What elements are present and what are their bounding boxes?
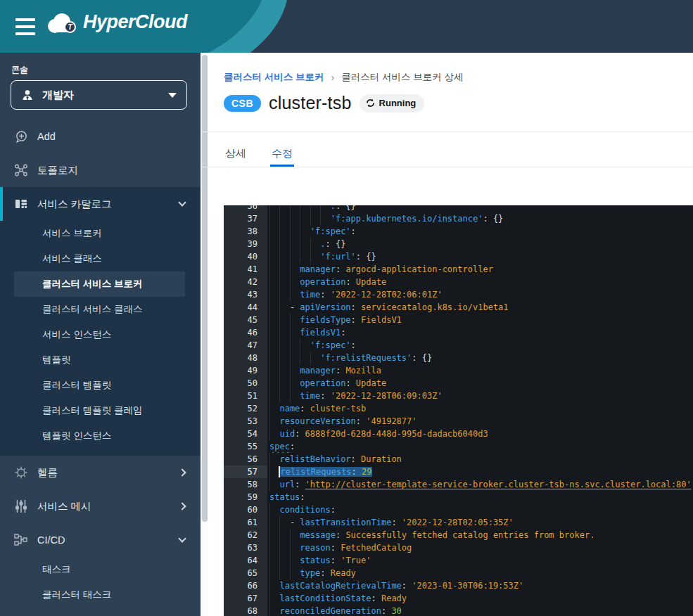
content-scrollbar-thumb[interactable] [202, 55, 208, 522]
editor-line-67[interactable]: 67lastConditionState: Ready [224, 592, 693, 605]
line-code: manager: Mozilla [267, 364, 693, 377]
page-title: cluster-tsb [269, 93, 352, 113]
sidebar-subitem-템플릿-인스턴스[interactable]: 템플릿 인스턴스 [14, 423, 185, 449]
tab-상세[interactable]: 상세 [224, 140, 248, 167]
indent-guides [269, 579, 279, 592]
sidebar-subitem-클러스터-태스크[interactable]: 클러스터 태스크 [14, 582, 185, 608]
editor-line-61[interactable]: 61- lastTransitionTime: '2022-12-28T02:0… [224, 516, 693, 529]
line-number: 65 [224, 567, 267, 579]
sidebar-subitem-태스크-런[interactable]: 태스크 런 [14, 608, 185, 616]
line-number: 53 [224, 415, 267, 428]
sidebar-subitem-템플릿[interactable]: 템플릿 [14, 347, 185, 373]
editor-line-60[interactable]: 60conditions: [224, 503, 693, 516]
sidebar-item-헬름[interactable]: 헬름 [0, 456, 201, 489]
indent-guides [269, 314, 300, 326]
nav-section-4: 서비스 메시 [0, 489, 201, 523]
sidebar-item-서비스-메시[interactable]: 서비스 메시 [0, 489, 201, 523]
editor-line-39[interactable]: 39.: {} [224, 238, 693, 250]
indent-guides [269, 478, 279, 491]
editor-line-59[interactable]: 59status: [224, 491, 693, 503]
line-code: time: '2022-12-28T02:06:01Z' [267, 288, 693, 301]
brand-logo[interactable]: T HyperCloud [46, 11, 187, 33]
indent-guides [269, 567, 300, 579]
helm-icon [14, 466, 28, 480]
yaml-editor[interactable]: 36.: {}37'f:app.kubernetes.io/instance':… [224, 205, 693, 616]
tab-수정[interactable]: 수정 [270, 140, 294, 167]
line-code: reason: FetchedCatalog [267, 541, 693, 554]
editor-line-44[interactable]: 44- apiVersion: servicecatalog.k8s.io/v1… [224, 301, 693, 314]
sidebar-subitem-서비스-인스턴스[interactable]: 서비스 인스턴스 [14, 322, 185, 347]
editor-line-48[interactable]: 48'f:relistRequests': {} [224, 352, 693, 364]
editor-line-54[interactable]: 54uid: 6888f20d-628d-448d-995d-dadacb604… [224, 428, 693, 440]
sidebar-subitem-클러스터-템플릿-클레임[interactable]: 클러스터 템플릿 클레임 [14, 398, 185, 423]
breadcrumb-link[interactable]: 클러스터 서비스 브로커 [224, 71, 324, 84]
line-number: 52 [224, 402, 267, 415]
indent-guides [269, 541, 300, 554]
line-code: reconciledGeneration: 30 [267, 605, 693, 616]
editor-line-58[interactable]: 58url: 'http://cluster-template-service-… [224, 478, 693, 491]
line-code: spec: [267, 440, 693, 453]
editor-line-68[interactable]: 68reconciledGeneration: 30 [224, 605, 693, 616]
sidebar-item-label: CI/CD [37, 534, 179, 546]
editor-line-53[interactable]: 53resourceVersion: '49192877' [224, 415, 693, 428]
sidebar-nav: Add토폴로지서비스 카탈로그서비스 브로커서비스 클래스클러스터 서비스 브로… [0, 120, 201, 616]
service-mesh-icon [14, 499, 28, 513]
indent-guides [269, 592, 279, 605]
menu-toggle-icon[interactable] [15, 18, 35, 35]
sidebar-item-서비스-카탈로그[interactable]: 서비스 카탈로그 [0, 187, 201, 221]
editor-line-66[interactable]: 66lastCatalogRetrievalTime: '2023-01-30T… [224, 579, 693, 592]
line-code: fieldsType: FieldsV1 [267, 314, 693, 326]
indent-guides [269, 529, 300, 541]
editor-line-51[interactable]: 51time: '2022-12-28T06:09:03Z' [224, 390, 693, 402]
sync-icon [366, 98, 375, 108]
editor-line-37[interactable]: 37'f:app.kubernetes.io/instance': {} [224, 212, 693, 225]
editor-line-62[interactable]: 62message: Successfully fetched catalog … [224, 529, 693, 541]
content-scrollbar-track[interactable] [201, 53, 208, 616]
sidebar-subitem-서비스-브로커[interactable]: 서비스 브로커 [14, 221, 185, 246]
editor-line-49[interactable]: 49manager: Mozilla [224, 364, 693, 377]
line-number: 57 [224, 466, 267, 478]
editor-line-38[interactable]: 38'f:spec': [224, 225, 693, 238]
editor-line-42[interactable]: 42operation: Update [224, 276, 693, 288]
brand-name: HyperCloud [83, 11, 187, 33]
line-code: 'f:url': {} [267, 250, 693, 263]
editor-line-57[interactable]: 57relistRequests: 29 [224, 466, 693, 478]
sidebar-subitem-태스크[interactable]: 태스크 [14, 557, 185, 582]
sidebar-subitem-클러스터-서비스-클래스[interactable]: 클러스터 서비스 클래스 [14, 297, 185, 322]
editor-line-55[interactable]: 55spec: [224, 440, 693, 453]
sidebar-subitem-label: 서비스 인스턴스 [42, 328, 111, 341]
editor-line-47[interactable]: 47'f:spec': [224, 339, 693, 352]
tab-bar: 상세수정 [224, 140, 294, 167]
editor-line-56[interactable]: 56relistBehavior: Duration [224, 453, 693, 466]
editor-line-63[interactable]: 63reason: FetchedCatalog [224, 541, 693, 554]
editor-line-43[interactable]: 43time: '2022-12-28T02:06:01Z' [224, 288, 693, 301]
line-code: resourceVersion: '49192877' [267, 415, 693, 428]
editor-line-40[interactable]: 40'f:url': {} [224, 250, 693, 263]
perspective-dropdown[interactable]: 개발자 [11, 80, 187, 110]
sidebar-item-토폴로지[interactable]: 토폴로지 [0, 153, 201, 187]
editor-line-46[interactable]: 46fieldsV1: [224, 326, 693, 339]
sidebar-item-ci-cd[interactable]: CI/CD [0, 523, 201, 557]
perspective-value: 개발자 [42, 89, 168, 102]
indent-guides [269, 605, 279, 616]
sidebar-subitem-클러스터-서비스-브로커[interactable]: 클러스터 서비스 브로커 [14, 271, 185, 297]
line-code: url: 'http://cluster-template-service-br… [267, 478, 693, 491]
sidebar-subitem-label: 템플릿 [42, 354, 71, 366]
breadcrumb-separator-icon: › [331, 72, 335, 83]
indent-guides [269, 364, 300, 377]
sidebar-item-add[interactable]: Add [0, 120, 201, 153]
resource-kind-badge: CSB [224, 95, 261, 112]
editor-line-64[interactable]: 64status: 'True' [224, 554, 693, 567]
sidebar-subitem-클러스터-템플릿[interactable]: 클러스터 템플릿 [14, 373, 185, 398]
editor-line-52[interactable]: 52name: cluster-tsb [224, 402, 693, 415]
indent-guides [269, 250, 320, 263]
editor-line-65[interactable]: 65type: Ready [224, 567, 693, 579]
editor-line-41[interactable]: 41manager: argocd-application-controller [224, 263, 693, 276]
editor-line-50[interactable]: 50operation: Update [224, 377, 693, 390]
editor-line-36[interactable]: 36.: {} [224, 205, 693, 212]
editor-line-45[interactable]: 45fieldsType: FieldsV1 [224, 314, 693, 326]
line-number: 62 [224, 529, 267, 541]
indent-guides [269, 377, 300, 390]
sidebar-subitem-서비스-클래스[interactable]: 서비스 클래스 [14, 246, 185, 271]
line-code: lastCatalogRetrievalTime: '2023-01-30T06… [267, 579, 693, 592]
